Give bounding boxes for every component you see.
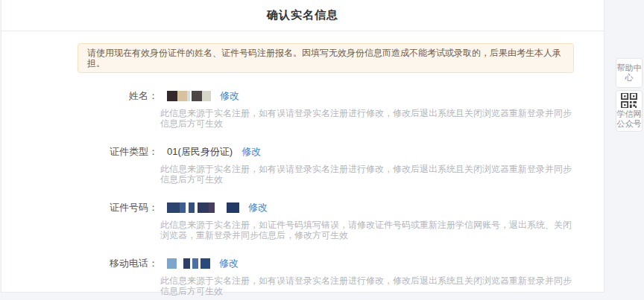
name-redacted-value bbox=[167, 91, 211, 102]
field-id-type: 证件类型： 01(居民身份证) 修改 此信息来源于实名注册，如有误请登录实名注册… bbox=[78, 145, 574, 185]
name-help-text: 此信息来源于实名注册，如有误请登录实名注册进行修改，修改后退出系统且关闭浏览器重… bbox=[160, 108, 576, 129]
id-type-help-text: 此信息来源于实名注册，如有误请登录实名注册进行修改，修改后退出系统且关闭浏览器重… bbox=[160, 164, 576, 185]
id-number-label: 证件号码： bbox=[78, 201, 158, 214]
id-type-value: 01(居民身份证) bbox=[167, 145, 233, 159]
panel-body: 请使用现在有效身份证件的姓名、证件号码注册报名。因填写无效身份信息而造成不能考试… bbox=[1, 31, 604, 300]
panel-header: 确认实名信息 bbox=[1, 0, 604, 31]
wechat-qr-button[interactable]: 学信网公众号 bbox=[616, 90, 643, 132]
help-center-button[interactable]: 帮助中心 bbox=[616, 58, 643, 88]
id-number-value bbox=[167, 202, 239, 214]
wechat-account-label: 学信网公众号 bbox=[616, 109, 642, 129]
mobile-redacted-value bbox=[167, 258, 210, 269]
mobile-help-text: 此信息来源于实名注册，如有误请登录实名注册进行修改，修改后退出系统且关闭浏览器重… bbox=[160, 275, 576, 296]
name-modify-link[interactable]: 修改 bbox=[220, 89, 239, 103]
name-label: 姓名： bbox=[78, 89, 158, 103]
help-center-label: 帮助中心 bbox=[616, 63, 642, 83]
id-number-redacted-value bbox=[167, 202, 239, 214]
id-type-label: 证件类型： bbox=[78, 145, 158, 159]
qr-code-icon bbox=[621, 93, 637, 108]
name-value bbox=[167, 91, 211, 102]
field-name: 姓名： 修改 此信息来源于实名注册，如有误请登录实名注册进行修改，修改后退出系统… bbox=[78, 89, 574, 129]
mobile-modify-link[interactable]: 修改 bbox=[219, 257, 239, 270]
mobile-label: 移动电话： bbox=[78, 257, 158, 270]
id-type-modify-link[interactable]: 修改 bbox=[242, 145, 261, 159]
notice-banner: 请使用现在有效身份证件的姓名、证件号码注册报名。因填写无效身份信息而造成不能考试… bbox=[78, 43, 574, 73]
id-number-help-text: 此信息来源于实名注册，如证件号码填写错误，请修改证件号码或重新注册学信网账号，退… bbox=[160, 220, 576, 240]
field-id-number: 证件号码： 修改 此信息来源于实名注册，如证件号码填写错误，请修改证件号码或重新… bbox=[78, 201, 574, 240]
main-panel: 确认实名信息 请使用现在有效身份证件的姓名、证件号码注册报名。因填写无效身份信息… bbox=[1, 0, 604, 293]
field-mobile: 移动电话： 修改 此信息来源于实名注册，如有误请登录实名注册进行修改，修改后退出… bbox=[78, 257, 574, 296]
page-title: 确认实名信息 bbox=[267, 8, 338, 22]
id-number-modify-link[interactable]: 修改 bbox=[248, 201, 268, 214]
mobile-value bbox=[167, 258, 210, 269]
